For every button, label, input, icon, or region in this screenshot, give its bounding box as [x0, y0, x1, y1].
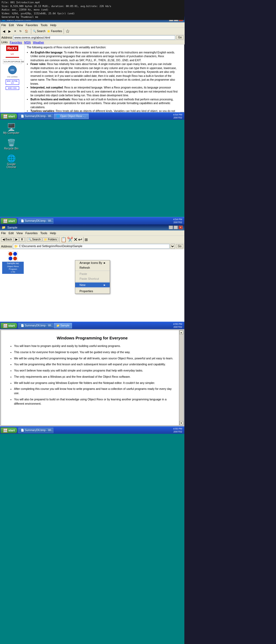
start-button-2[interactable]: 🪟 start — [1, 218, 17, 224]
taskbar-item-4-summary[interactable]: 📄 SummaryD6.bmp - Wi... — [18, 428, 53, 433]
exp-address-input[interactable] — [19, 245, 168, 248]
explorer-close[interactable]: ✕ — [178, 226, 183, 229]
menu-tools[interactable]: Tools — [41, 23, 48, 27]
exp-move-to-button[interactable]: ✂️ — [67, 237, 73, 243]
explorer-win-controls: _ □ ✕ — [169, 226, 183, 229]
menu-edit[interactable]: Edit — [9, 23, 14, 27]
exp-menu-view[interactable]: View — [16, 231, 23, 235]
explorer-address-bar: Address 📁 Go — [0, 243, 184, 249]
exp-menu-file[interactable]: File — [1, 231, 6, 235]
recycle-bin-icon: 🗑️ — [7, 139, 16, 147]
slide-bullet-8: After completing this course you will kn… — [14, 387, 175, 396]
bullet-builtin: Built-in functions and methods: Rexx has… — [30, 98, 178, 110]
file-label: Sample.rec Object Rexx Program 1 Kb — [2, 262, 24, 274]
exp-search-button[interactable]: 🔍 Search — [27, 237, 42, 241]
taskbar-4: 🪟 start 📄 SummaryD6.bmp - Wi... 4:55 PM … — [0, 426, 184, 434]
exp-go-button[interactable]: Go — [176, 244, 183, 248]
taskbar-item-2-summary[interactable]: 📄 SummaryD6.bmp - Wi... — [18, 218, 53, 224]
rexx-la: LA — [11, 53, 14, 55]
desktop-area-bottom — [0, 434, 184, 644]
file-icon — [8, 251, 18, 261]
scroll-down-arrow[interactable]: ▼ — [180, 421, 183, 425]
taskbar-item-3-summary[interactable]: 📄 SummaryD6.bmp - Wi... — [18, 323, 53, 328]
explorer-minimize[interactable]: _ — [169, 226, 173, 229]
slide-bullet-4: You will be programming after the first … — [14, 362, 175, 367]
slide-bullet-list: You will learn how to program quickly an… — [14, 344, 175, 406]
exp-menu-edit[interactable]: Edit — [9, 231, 14, 235]
search-toolbar-label[interactable]: 🔍 Search — [33, 30, 45, 33]
recycle-bin-label: Recycle Bin — [4, 147, 19, 150]
taskbar-item-browser[interactable]: 🌐 Open Object Rexx -... — [54, 114, 89, 119]
exp-delete-button[interactable]: ✕ — [74, 237, 78, 243]
exp-copy-to-button[interactable]: 📋 — [61, 237, 67, 243]
slide-scrollbar: ▲ ▼ — [179, 330, 183, 425]
context-menu-new[interactable]: New▶ — [75, 282, 110, 287]
bullet-english-like: An English-like language: To make Rexx e… — [30, 51, 178, 63]
weather-link[interactable]: Weather — [33, 41, 44, 44]
back-button[interactable]: ◀ — [1, 29, 6, 34]
go-button[interactable]: Go — [176, 35, 184, 39]
scroll-up-arrow[interactable]: ▲ — [180, 330, 183, 334]
exp-back-button[interactable]: ◀ Back — [1, 237, 13, 242]
exp-views-button[interactable]: ⊞ — [85, 237, 88, 242]
slide-bullet-7: We will build our programs using Windows… — [14, 381, 175, 385]
msn-link[interactable]: MSN — [24, 41, 31, 44]
context-menu-refresh[interactable]: Refresh — [75, 265, 110, 270]
links-bar: Links Favorites MSN Weather — [0, 40, 185, 45]
browser-intro: The following aspects of Rexx round out … — [27, 46, 178, 50]
exp-menu-help[interactable]: Help — [50, 231, 56, 235]
desktop-icon-recycle-bin[interactable]: 🗑️ Recycle Bin — [3, 139, 19, 150]
exp-up-button[interactable]: ⬆ — [19, 237, 25, 242]
taskbar-item-3-sample[interactable]: 📁 Sample — [54, 323, 72, 328]
file-info-line3: Audio: aac, 22050 Hz, mono (und) — [2, 8, 183, 12]
slide-bullet-6: The only requirements are a Windows pc a… — [14, 375, 175, 379]
file-info-line1: File: 001 Introduction.mp4 — [2, 1, 183, 5]
context-menu: Arrange Icons By▶ Refresh Paste Paste Sh… — [75, 260, 110, 294]
osi-certified: OSI certified — [7, 76, 18, 78]
favorites-toolbar-label[interactable]: ⭐ Favorites — [47, 30, 62, 33]
taskbar-item-summary[interactable]: 📄 SummaryD6.bmp - Wi... — [18, 114, 53, 119]
start-button-3[interactable]: 🪟 start — [1, 323, 17, 329]
menu-favorites[interactable]: Favorites — [26, 23, 38, 27]
stop-button[interactable]: ✕ — [13, 29, 18, 33]
address-input[interactable] — [13, 35, 175, 40]
favorites-link[interactable]: Favorites — [10, 41, 22, 44]
menu-view[interactable]: View — [17, 23, 23, 27]
context-separator-1 — [75, 271, 110, 271]
address-label: Address — [1, 36, 12, 39]
taskbar-items-2: 📄 SummaryD6.bmp - Wi... — [18, 218, 171, 224]
context-menu-arrange[interactable]: Arrange Icons By▶ — [75, 260, 110, 265]
context-menu-properties[interactable]: Properties — [75, 289, 110, 294]
context-separator-3 — [75, 288, 110, 288]
exp-menu-tools[interactable]: Tools — [40, 231, 47, 235]
chrome-icon: 🌐 — [7, 154, 16, 163]
context-menu-paste: Paste — [75, 271, 110, 276]
exp-menu-favorites[interactable]: Favorites — [25, 231, 37, 235]
exp-undo-button[interactable]: ↩ — [78, 237, 82, 243]
exp-address-dropdown[interactable] — [171, 244, 175, 249]
exp-folders-button[interactable]: 📁 Folders — [43, 237, 58, 241]
bullet-fewer-rules: Fewer rules: Rexx has relatively few rul… — [30, 62, 178, 86]
refresh-button[interactable]: ↻ — [18, 29, 23, 33]
menu-file[interactable]: File — [1, 23, 6, 27]
taskbar-items-1: 📄 SummaryD6.bmp - Wi... 🌐 Open Object Re… — [18, 114, 171, 119]
star-icon[interactable]: ☆ — [65, 28, 70, 34]
computer-label: My Computer — [3, 131, 19, 134]
taskbar-clock-1: 4:54 PM 2007/02 — [171, 113, 184, 119]
explorer-maximize[interactable]: □ — [174, 226, 178, 229]
exp-forward-button[interactable]: ▶ — [14, 237, 19, 242]
start-button-4[interactable]: 🪟 start — [1, 427, 17, 433]
forward-button[interactable]: ▶ — [7, 29, 12, 34]
exp-folder-icon: 📁 — [14, 244, 18, 248]
file-info: File: 001 Introduction.mp4 Size: 8,519,9… — [0, 0, 184, 20]
desktop-icon-my-computer[interactable]: 🖥️ My Computer — [3, 123, 19, 134]
start-button-1[interactable]: 🪟 start — [1, 113, 17, 119]
home-button[interactable]: 🏠 — [23, 29, 29, 33]
menu-help[interactable]: Help — [50, 23, 56, 27]
w3c-xhtml-badge: W3C XHTML 1.0 — [6, 79, 19, 85]
explorer-menu-bar: File Edit View Favorites Tools Help — [0, 230, 184, 236]
desktop-icon-chrome[interactable]: 🌐 Google Chrome — [3, 154, 19, 169]
w3c-css-badge: W3C CSS — [6, 86, 19, 90]
taskbar-clock-2: 4:54 PM 2007/02 — [171, 218, 184, 224]
file-item-sample[interactable]: Sample.rec Object Rexx Program 1 Kb — [2, 251, 24, 274]
